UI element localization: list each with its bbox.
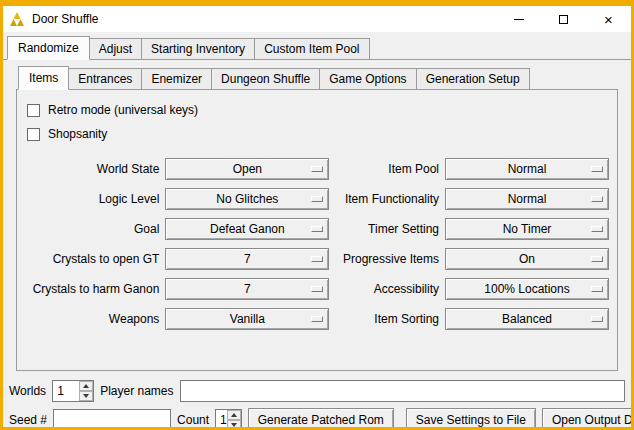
crystals-harm-ganon-dropdown[interactable]: 7 <box>165 278 329 300</box>
dropdown-value: Defeat Ganon <box>210 222 285 236</box>
options-grid: World State Open Item Pool Normal Logic … <box>25 158 609 330</box>
count-increment-button[interactable] <box>227 410 241 420</box>
crystals-harm-ganon-label: Crystals to harm Ganon <box>25 282 159 296</box>
tab-items[interactable]: Items <box>18 66 69 90</box>
goal-dropdown[interactable]: Defeat Ganon <box>165 218 329 240</box>
retro-mode-checkbox[interactable]: Retro mode (universal keys) <box>27 98 609 122</box>
dropdown-indicator-icon <box>311 316 323 322</box>
progressive-items-dropdown[interactable]: On <box>445 248 609 270</box>
minimize-icon <box>514 19 524 20</box>
dropdown-indicator-icon <box>591 316 603 322</box>
count-label: Count <box>177 413 209 427</box>
dropdown-value: No Timer <box>503 222 552 236</box>
generate-rom-button[interactable]: Generate Patched Rom <box>248 408 394 430</box>
item-sorting-dropdown[interactable]: Balanced <box>445 308 609 330</box>
arrow-down-icon <box>83 394 89 398</box>
tab-starting-inventory[interactable]: Starting Inventory <box>141 38 255 60</box>
crystals-open-gt-dropdown[interactable]: 7 <box>165 248 329 270</box>
timer-setting-label: Timer Setting <box>335 222 439 236</box>
seed-input[interactable] <box>53 409 171 430</box>
dropdown-value: 100% Locations <box>484 282 569 296</box>
worlds-value: 1 <box>53 381 79 401</box>
seed-row: Seed # Count 1 Generate Patched Rom Save… <box>9 408 625 430</box>
tab-enemizer[interactable]: Enemizer <box>141 68 212 90</box>
dropdown-indicator-icon <box>591 196 603 202</box>
item-functionality-dropdown[interactable]: Normal <box>445 188 609 210</box>
checkbox-box-icon <box>27 128 40 141</box>
count-decrement-button[interactable] <box>227 420 241 430</box>
dropdown-value: No Glitches <box>216 192 278 206</box>
inner-tab-bar: Items Entrances Enemizer Dungeon Shuffle… <box>16 66 618 90</box>
player-names-input[interactable] <box>180 380 626 402</box>
dropdown-indicator-icon <box>591 166 603 172</box>
progressive-items-label: Progressive Items <box>335 252 439 266</box>
count-spinner[interactable]: 1 <box>215 409 242 430</box>
dropdown-indicator-icon <box>591 286 603 292</box>
app-icon <box>9 11 25 27</box>
item-pool-label: Item Pool <box>335 162 439 176</box>
accessibility-dropdown[interactable]: 100% Locations <box>445 278 609 300</box>
dropdown-value: 7 <box>244 282 251 296</box>
tab-dungeon-shuffle[interactable]: Dungeon Shuffle <box>211 68 320 90</box>
accessibility-label: Accessibility <box>335 282 439 296</box>
timer-setting-dropdown[interactable]: No Timer <box>445 218 609 240</box>
worlds-spinner[interactable]: 1 <box>52 380 94 402</box>
checkbox-box-icon <box>27 104 40 117</box>
dropdown-indicator-icon <box>591 256 603 262</box>
window: Door Shuffle × Randomize Adjust Starting… <box>0 0 634 430</box>
save-settings-button[interactable]: Save Settings to File <box>406 408 536 430</box>
dropdown-value: Normal <box>508 192 547 206</box>
item-functionality-label: Item Functionality <box>335 192 439 206</box>
worlds-decrement-button[interactable] <box>79 391 93 401</box>
open-output-button[interactable]: Open Output Directory <box>542 408 634 430</box>
world-state-label: World State <box>25 162 159 176</box>
outer-tab-bar: Randomize Adjust Starting Inventory Cust… <box>3 32 631 60</box>
dropdown-value: Normal <box>508 162 547 176</box>
dropdown-value: Balanced <box>502 312 552 326</box>
dropdown-value: Vanilla <box>230 312 265 326</box>
seed-label: Seed # <box>9 413 47 427</box>
tab-game-options[interactable]: Game Options <box>319 68 416 90</box>
tab-entrances[interactable]: Entrances <box>68 68 142 90</box>
tab-adjust[interactable]: Adjust <box>89 38 142 60</box>
world-state-dropdown[interactable]: Open <box>165 158 329 180</box>
titlebar: Door Shuffle × <box>3 6 631 32</box>
items-tab-panel: Retro mode (universal keys) Shopsanity W… <box>16 89 618 371</box>
tab-randomize[interactable]: Randomize <box>7 36 90 60</box>
maximize-button[interactable] <box>541 6 586 32</box>
weapons-label: Weapons <box>25 312 159 326</box>
dropdown-indicator-icon <box>311 226 323 232</box>
arrow-down-icon <box>231 423 237 427</box>
weapons-dropdown[interactable]: Vanilla <box>165 308 329 330</box>
worlds-label: Worlds <box>9 384 46 398</box>
randomize-tab-panel: Items Entrances Enemizer Dungeon Shuffle… <box>3 59 631 430</box>
logic-level-dropdown[interactable]: No Glitches <box>165 188 329 210</box>
player-names-label: Player names <box>100 384 173 398</box>
logic-level-label: Logic Level <box>25 192 159 206</box>
dropdown-value: Open <box>233 162 262 176</box>
crystals-open-gt-label: Crystals to open GT <box>25 252 159 266</box>
dropdown-indicator-icon <box>591 226 603 232</box>
tab-custom-item-pool[interactable]: Custom Item Pool <box>254 38 369 60</box>
item-sorting-label: Item Sorting <box>335 312 439 326</box>
item-pool-dropdown[interactable]: Normal <box>445 158 609 180</box>
dropdown-indicator-icon <box>311 256 323 262</box>
arrow-up-icon <box>83 384 89 388</box>
goal-label: Goal <box>25 222 159 236</box>
retro-mode-label: Retro mode (universal keys) <box>48 103 198 117</box>
footer: Worlds 1 Player names Seed # Count 1 <box>9 380 625 430</box>
window-controls: × <box>496 6 631 32</box>
dropdown-indicator-icon <box>311 166 323 172</box>
worlds-row: Worlds 1 Player names <box>9 380 625 402</box>
spinner-arrows <box>227 410 241 430</box>
tab-generation-setup[interactable]: Generation Setup <box>416 68 530 90</box>
close-button[interactable]: × <box>586 6 631 32</box>
window-title: Door Shuffle <box>32 12 99 26</box>
worlds-increment-button[interactable] <box>79 381 93 391</box>
count-value: 1 <box>216 410 227 430</box>
spinner-arrows <box>79 381 93 401</box>
maximize-icon <box>559 15 568 24</box>
shopsanity-checkbox[interactable]: Shopsanity <box>27 122 609 146</box>
minimize-button[interactable] <box>496 6 541 32</box>
dropdown-indicator-icon <box>311 196 323 202</box>
